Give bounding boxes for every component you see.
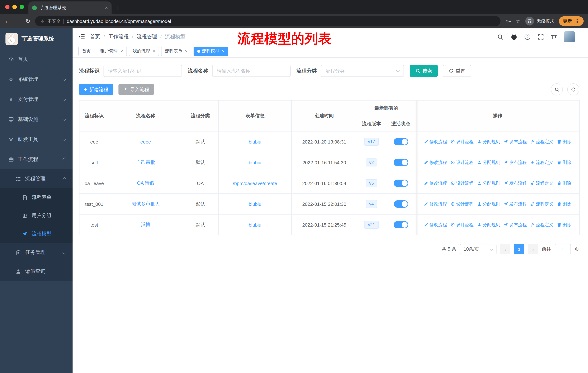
forward-icon[interactable]: → (15, 18, 21, 24)
op-edit-link[interactable]: 修改流程 (424, 159, 447, 166)
op-design-link[interactable]: 设计流程 (451, 201, 473, 207)
create-process-button[interactable]: +新建流程 (79, 84, 113, 95)
op-delete-link[interactable]: 删除 (557, 139, 571, 145)
tag-home[interactable]: 首页 (78, 46, 94, 56)
close-window-button[interactable] (5, 5, 10, 9)
sidebar-item-infrastructure[interactable]: 基础设施 (0, 109, 73, 129)
active-toggle[interactable] (394, 180, 408, 187)
op-design-link[interactable]: 设计流程 (451, 139, 473, 145)
close-icon[interactable]: × (120, 49, 123, 53)
tag-process-form[interactable]: 流程表单× (161, 46, 191, 56)
op-design-link[interactable]: 设计流程 (451, 222, 473, 228)
op-design-link[interactable]: 设计流程 (451, 159, 473, 166)
github-icon[interactable] (511, 33, 517, 40)
process-name-link[interactable]: 测试多审批人 (131, 201, 160, 207)
op-publish-link[interactable]: 发布流程 (504, 180, 527, 186)
op-definition-link[interactable]: 流程定义 (530, 159, 553, 166)
user-avatar[interactable] (564, 31, 575, 42)
browser-menu-icon[interactable]: ⋮ (575, 18, 580, 24)
process-name-link[interactable]: 自己审批 (136, 160, 155, 165)
toggle-search-button[interactable] (551, 83, 563, 95)
op-design-link[interactable]: 设计流程 (451, 180, 473, 186)
op-definition-link[interactable]: 流程定义 (530, 222, 553, 228)
sidebar-item-process-management[interactable]: 流程管理 (0, 169, 73, 188)
form-info-link[interactable]: biubiu (249, 160, 261, 165)
active-toggle[interactable] (394, 159, 408, 166)
incognito-icon[interactable] (525, 17, 534, 26)
browser-tab[interactable]: 芋道管理系统 × (28, 1, 112, 14)
process-name-input[interactable] (212, 65, 291, 77)
process-id-input[interactable] (104, 65, 182, 77)
tab-close-icon[interactable]: × (105, 5, 108, 10)
help-icon[interactable]: ? (524, 34, 530, 40)
sidebar-item-payment-management[interactable]: ¥ 支付管理 (0, 89, 73, 109)
refresh-table-button[interactable] (567, 83, 579, 95)
op-edit-link[interactable]: 修改流程 (424, 139, 447, 145)
op-publish-link[interactable]: 发布流程 (504, 201, 527, 207)
sidebar-item-workflow[interactable]: 工作流程 (0, 149, 73, 169)
back-icon[interactable]: ← (4, 18, 10, 24)
page-1-button[interactable]: 1 (514, 244, 524, 254)
sidebar-item-leave-query[interactable]: 请假查询 (0, 262, 73, 281)
op-delete-link[interactable]: 删除 (557, 222, 571, 228)
op-publish-link[interactable]: 发布流程 (504, 159, 527, 166)
op-definition-link[interactable]: 流程定义 (530, 201, 553, 207)
breadcrumb-workflow[interactable]: 工作流程 (108, 33, 133, 40)
sidebar-item-task-management[interactable]: 任务管理 (0, 243, 73, 262)
prev-page-button[interactable]: ‹ (500, 244, 510, 254)
form-info-link[interactable]: biubiu (249, 139, 261, 144)
security-warning-icon[interactable]: ⚠ (40, 18, 44, 24)
page-size-select[interactable]: 10条/页 (460, 244, 496, 254)
address-bar[interactable]: ⚠ 不安全 dashboard.yudao.iocoder.cn/bpm/man… (35, 16, 500, 26)
op-edit-link[interactable]: 修改流程 (424, 201, 447, 207)
font-size-icon[interactable]: TT (551, 34, 557, 40)
sidebar-item-dev-tools[interactable]: ⚒ 研发工具 (0, 129, 73, 149)
fullscreen-icon[interactable] (537, 34, 544, 40)
search-button[interactable]: 搜索 (410, 65, 438, 77)
sidebar-item-system-management[interactable]: ⚙ 系统管理 (0, 69, 73, 89)
op-edit-link[interactable]: 修改流程 (424, 222, 447, 228)
op-edit-link[interactable]: 修改流程 (424, 180, 447, 186)
category-select[interactable]: 流程分类 (321, 65, 404, 77)
form-info-link[interactable]: biubiu (249, 222, 261, 227)
op-assign-rules-link[interactable]: 分配规则 (477, 222, 500, 228)
sidebar-item-home[interactable]: 首页 (0, 49, 73, 69)
form-info-link[interactable]: /bpm/oa/leave/create (233, 181, 277, 186)
password-key-icon[interactable] (505, 18, 511, 24)
op-delete-link[interactable]: 删除 (557, 201, 571, 207)
version-badge[interactable]: v5 (366, 179, 377, 187)
op-publish-link[interactable]: 发布流程 (504, 222, 527, 228)
sidebar-item-process-model[interactable]: 流程模型 (0, 225, 73, 243)
active-toggle[interactable] (394, 221, 408, 228)
tag-tenant-management[interactable]: 租户管理× (97, 46, 127, 56)
update-button[interactable]: 更新 ⋮ (559, 16, 584, 26)
version-badge[interactable]: v21 (364, 221, 379, 229)
op-definition-link[interactable]: 流程定义 (530, 139, 553, 145)
sidebar-item-user-group[interactable]: 用户分组 (0, 207, 73, 225)
op-assign-rules-link[interactable]: 分配规则 (477, 159, 500, 166)
op-definition-link[interactable]: 流程定义 (530, 180, 553, 186)
version-badge[interactable]: v4 (366, 200, 377, 208)
process-name-link[interactable]: OA 请假 (137, 180, 154, 186)
op-delete-link[interactable]: 删除 (557, 159, 571, 166)
process-name-link[interactable]: 滔博 (141, 222, 150, 227)
search-icon[interactable] (497, 34, 503, 40)
tag-process-model[interactable]: 流程模型× (194, 46, 228, 56)
close-icon[interactable]: × (153, 49, 155, 53)
new-tab-button[interactable]: + (116, 4, 120, 11)
op-assign-rules-link[interactable]: 分配规则 (477, 180, 500, 186)
breadcrumb-home[interactable]: 首页 (90, 33, 105, 40)
close-icon[interactable]: × (222, 49, 225, 53)
form-info-link[interactable]: biubiu (249, 201, 261, 207)
version-badge[interactable]: v2 (366, 158, 377, 167)
version-badge[interactable]: v17 (364, 138, 379, 146)
tag-my-process[interactable]: 我的流程× (129, 46, 159, 56)
active-toggle[interactable] (394, 200, 408, 208)
goto-page-input[interactable] (555, 244, 571, 254)
reload-icon[interactable]: ↻ (26, 18, 31, 25)
zoom-window-button[interactable] (20, 5, 24, 9)
sidebar-item-process-form[interactable]: 流程表单 (0, 188, 73, 207)
import-process-button[interactable]: 导入流程 (118, 84, 154, 95)
op-publish-link[interactable]: 发布流程 (504, 139, 527, 145)
close-icon[interactable]: × (185, 49, 188, 53)
